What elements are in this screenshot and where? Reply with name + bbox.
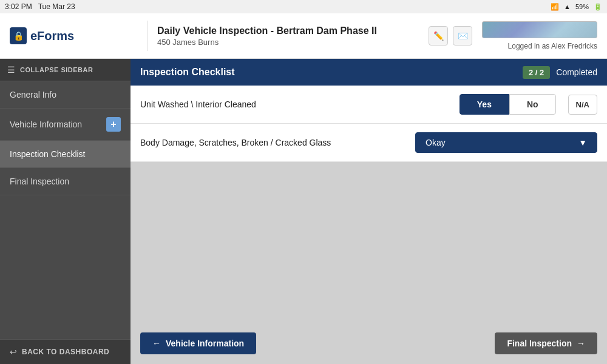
logo-area: 🔒 eForms [10,27,137,44]
logged-in-text: Logged in as Alex Fredricks [508,42,597,50]
status-date: Tue Mar 23 [38,2,75,11]
header: 🔒 eForms Daily Vehicle Inspection - Bert… [0,13,607,59]
forward-nav-button[interactable]: Final Inspection → [495,332,597,354]
content-header-right: 2 / 2 Completed [523,66,597,79]
edit-button[interactable]: ✏️ [429,26,448,46]
header-actions: ✏️ ✉️ [429,26,472,46]
sidebar-nav: General Info Vehicle Information + Inspe… [0,81,131,339]
sidebar: ☰ COLLAPSE SIDEBAR General Info Vehicle … [0,59,131,364]
back-arrow-icon: ← [152,339,161,348]
sidebar-item-label: General Info [10,90,56,99]
back-icon: ↩ [10,347,17,357]
sidebar-item-general-info[interactable]: General Info [0,81,131,109]
damage-dropdown[interactable]: Okay ▼ [415,132,597,153]
header-info: Daily Vehicle Inspection - Bertram Dam P… [157,25,419,47]
sidebar-item-label: Final Inspection [10,177,69,186]
checklist-row-2: Body Damage, Scratches, Broken / Cracked… [131,124,607,162]
header-divider [147,21,148,51]
back-nav-label: Vehicle Information [166,339,244,348]
sidebar-item-label: Vehicle Information [10,120,82,129]
battery-text: 59% [575,3,589,10]
forward-arrow-icon: → [577,339,585,348]
status-time: 3:02 PM [5,2,32,11]
content-area: Unit Washed \ Interior Cleaned Yes No N/… [131,86,607,323]
sidebar-item-label: Inspection Checklist [10,149,86,159]
sidebar-item-inspection-checklist[interactable]: Inspection Checklist [0,141,131,168]
header-image [482,21,597,38]
wifi-icon: 📶 [551,3,559,11]
back-label: BACK TO DASHBOARD [22,348,109,356]
collapse-label: COLLAPSE SIDEBAR [20,66,93,73]
form-title: Daily Vehicle Inspection - Bertram Dam P… [157,25,419,36]
content-title: Inspection Checklist [140,67,235,78]
status-bar: 3:02 PM Tue Mar 23 📶 ▲ 59% 🔋 [0,0,607,13]
add-vehicle-icon[interactable]: + [106,117,121,132]
no-button-1[interactable]: No [509,94,556,115]
content-header: Inspection Checklist 2 / 2 Completed [131,59,607,86]
yes-no-group-1: Yes No [459,94,556,115]
header-right: Logged in as Alex Fredricks [482,21,597,50]
sidebar-item-vehicle-information[interactable]: Vehicle Information + [0,109,131,141]
main-content: Inspection Checklist 2 / 2 Completed Uni… [131,59,607,364]
progress-badge: 2 / 2 [523,66,550,79]
checklist-row-1: Unit Washed \ Interior Cleaned Yes No N/… [131,86,607,124]
back-to-dashboard-button[interactable]: ↩ BACK TO DASHBOARD [0,339,131,364]
na-button-1[interactable]: N/A [568,95,597,115]
completed-label: Completed [556,67,597,77]
collapse-sidebar-button[interactable]: ☰ COLLAPSE SIDEBAR [0,59,131,81]
checklist-label-2: Body Damage, Scratches, Broken / Cracked… [140,138,405,147]
app-container: 🔒 eForms Daily Vehicle Inspection - Bert… [0,13,607,364]
body: ☰ COLLAPSE SIDEBAR General Info Vehicle … [0,59,607,364]
checklist-label-1: Unit Washed \ Interior Cleaned [140,99,450,109]
chevron-down-icon: ▼ [578,138,587,147]
form-subtitle: 450 James Burns [157,38,419,47]
forward-nav-label: Final Inspection [507,339,572,348]
yes-button-1[interactable]: Yes [459,94,509,115]
hamburger-icon: ☰ [7,65,15,75]
back-nav-button[interactable]: ← Vehicle Information [140,332,256,354]
nav-buttons: ← Vehicle Information Final Inspection → [131,323,607,364]
email-button[interactable]: ✉️ [453,26,472,46]
sidebar-item-final-inspection[interactable]: Final Inspection [0,168,131,195]
logo-icon: 🔒 [10,27,27,44]
dropdown-value: Okay [426,138,446,147]
signal-icon: ▲ [564,3,571,10]
logo-text: eForms [30,29,74,43]
battery-icon: 🔋 [594,3,602,11]
